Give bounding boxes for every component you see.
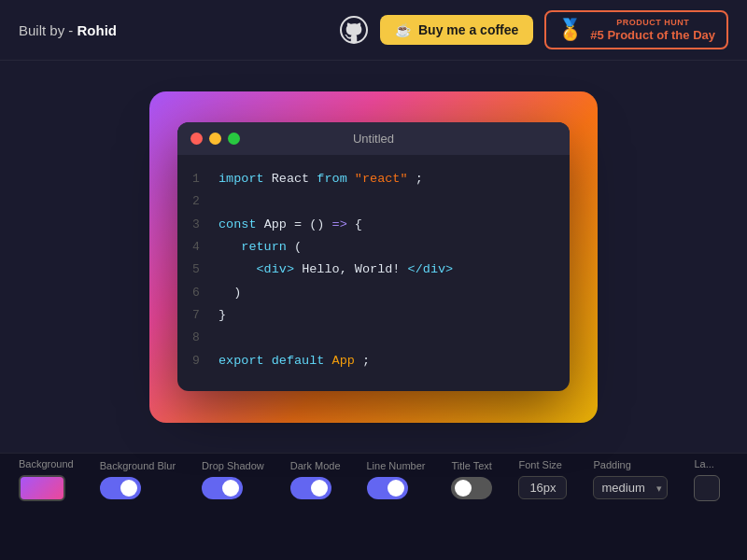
buy-coffee-button[interactable]: ☕ Buy me a coffee <box>380 15 533 45</box>
traffic-lights <box>190 133 240 145</box>
padding-label: Padding <box>593 459 630 470</box>
github-icon[interactable] <box>339 15 369 45</box>
line-num-7: 7 <box>192 304 204 327</box>
line-number-label: Line Number <box>367 460 426 471</box>
line-num-6: 6 <box>192 282 204 304</box>
maximize-dot[interactable] <box>228 133 240 145</box>
product-hunt-medal-icon: 🏅 <box>557 18 583 42</box>
product-hunt-badge-text: PRODUCT HUNT #5 Product of the Day <box>590 18 715 42</box>
code-line-2: 2 <box>192 190 555 213</box>
background-color-swatch[interactable] <box>19 475 65 501</box>
font-size-control: Font Size <box>518 459 567 499</box>
toggle-knob <box>311 480 328 497</box>
code-titlebar: Untitled <box>177 122 570 155</box>
toggle-knob <box>222 480 239 497</box>
background-blur-control: Background Blur <box>100 460 176 499</box>
background-blur-label: Background Blur <box>100 460 176 471</box>
line-number-toggle[interactable] <box>367 477 408 499</box>
line-num-2: 2 <box>192 190 204 213</box>
code-line-1: 1 import React from "react" ; <box>192 168 555 190</box>
language-control: La... <box>694 458 720 501</box>
title-text-control: Title Text <box>451 460 492 499</box>
font-size-label: Font Size <box>518 459 561 470</box>
toggle-knob <box>388 480 404 497</box>
line-num-5: 5 <box>192 259 204 281</box>
controls-row: Background Background Blur Drop Shadow D… <box>0 454 747 505</box>
header-actions: ☕ Buy me a coffee 🏅 PRODUCT HUNT #5 Prod… <box>339 10 728 49</box>
line-number-control: Line Number <box>367 460 426 499</box>
product-hunt-label: PRODUCT HUNT <box>590 18 715 28</box>
code-line-8: 8 <box>192 327 555 349</box>
main-area: Untitled 1 import React from "react" ; <box>0 61 747 453</box>
padding-control: Padding medium small large <box>593 459 668 499</box>
background-control: Background <box>19 458 74 501</box>
toggle-knob <box>120 480 137 497</box>
code-editor-body[interactable]: 1 import React from "react" ; 2 <box>177 155 570 391</box>
dark-mode-toggle[interactable] <box>290 477 331 499</box>
minimize-dot[interactable] <box>209 133 221 145</box>
title-text-label: Title Text <box>451 460 491 471</box>
product-hunt-rank: #5 Product of the Day <box>590 28 715 43</box>
language-swatch[interactable] <box>694 475 720 501</box>
toggle-knob <box>455 480 472 497</box>
code-window-title: Untitled <box>353 132 394 146</box>
language-label: La... <box>694 458 713 469</box>
dark-mode-control: Dark Mode <box>290 460 341 499</box>
line-num-4: 4 <box>192 236 204 259</box>
author-name: Rohid <box>78 22 118 38</box>
coffee-icon: ☕ <box>395 22 411 37</box>
background-blur-toggle[interactable] <box>100 477 141 499</box>
coffee-label: Buy me a coffee <box>418 22 518 37</box>
drop-shadow-control: Drop Shadow <box>202 460 264 499</box>
line-num-8: 8 <box>192 327 204 349</box>
code-line-7: 7 } <box>192 304 555 327</box>
font-size-input[interactable] <box>518 476 567 499</box>
line-num-3: 3 <box>192 214 204 236</box>
drop-shadow-label: Drop Shadow <box>202 460 264 471</box>
line-num-9: 9 <box>192 350 204 372</box>
code-line-4: 4 return ( <box>192 236 555 259</box>
code-line-9: 9 export default App ; <box>192 350 555 372</box>
background-label: Background <box>19 458 74 469</box>
drop-shadow-toggle[interactable] <box>202 477 243 499</box>
padding-select-wrap: medium small large <box>593 476 668 499</box>
controls-panel: Background Background Blur Drop Shadow D… <box>0 453 747 560</box>
code-window: Untitled 1 import React from "react" ; <box>177 122 570 391</box>
title-text-toggle[interactable] <box>451 477 492 499</box>
header: Built by - Rohid ☕ Buy me a coffee 🏅 PRO… <box>0 0 747 61</box>
line-num-1: 1 <box>192 168 204 190</box>
code-line-3: 3 const App = () => { <box>192 214 555 236</box>
dark-mode-label: Dark Mode <box>290 460 341 471</box>
product-hunt-button[interactable]: 🏅 PRODUCT HUNT #5 Product of the Day <box>544 10 728 49</box>
built-by-text: Built by - Rohid <box>19 22 117 38</box>
gradient-background-card: Untitled 1 import React from "react" ; <box>149 91 598 423</box>
close-dot[interactable] <box>190 133 203 145</box>
code-line-6: 6 ) <box>192 282 555 304</box>
padding-select[interactable]: medium small large <box>593 476 668 499</box>
code-line-5: 5 <div> Hello, World! </div> <box>192 259 555 281</box>
